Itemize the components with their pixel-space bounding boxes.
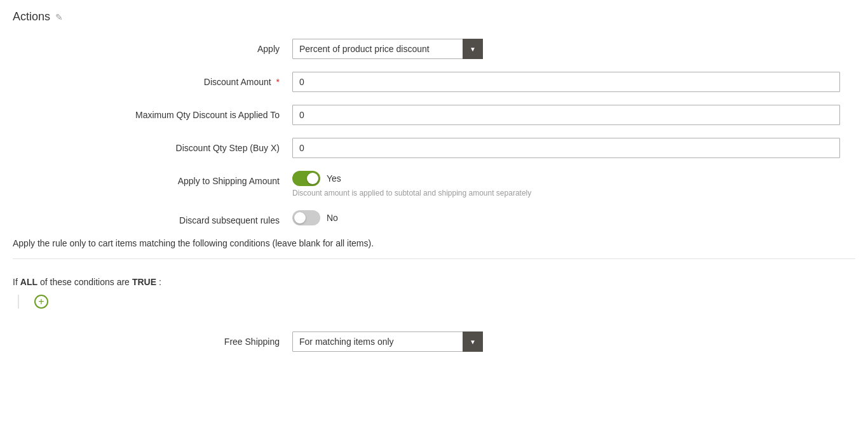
apply-label: Apply [13, 39, 292, 54]
condition-body: If ALL of these conditions are TRUE : + [13, 269, 855, 316]
discard-rules-control: No [292, 210, 855, 225]
apply-select[interactable]: Percent of product price discount Fixed … [292, 39, 483, 59]
discount-amount-row: Discount Amount * [13, 72, 855, 92]
apply-shipping-label: Apply to Shipping Amount [13, 171, 292, 186]
conditions-text: of these conditions are [40, 277, 130, 287]
add-condition-button[interactable]: + [34, 295, 48, 309]
max-qty-label: Maximum Qty Discount is Applied To [13, 105, 292, 120]
discount-amount-input[interactable] [292, 72, 840, 92]
discount-qty-step-row: Discount Qty Step (Buy X) [13, 138, 855, 158]
condition-indent: + [18, 295, 855, 309]
discount-qty-step-input[interactable] [292, 138, 840, 158]
discard-rules-label: Discard subsequent rules [13, 210, 292, 225]
discount-qty-step-label: Discount Qty Step (Buy X) [13, 138, 292, 153]
discard-rules-slider [292, 210, 320, 225]
if-text: If [13, 277, 18, 287]
true-text: TRUE [132, 277, 156, 287]
apply-row: Apply Percent of product price discount … [13, 39, 855, 59]
toggle-slider [292, 171, 320, 186]
max-qty-control [292, 105, 855, 125]
apply-shipping-yes-label: Yes [327, 173, 341, 184]
section-title: Actions [13, 10, 50, 23]
apply-control: Percent of product price discount Fixed … [292, 39, 855, 59]
edit-icon[interactable]: ✎ [55, 12, 63, 22]
discount-amount-label: Discount Amount * [13, 72, 292, 87]
free-shipping-label: Free Shipping [13, 331, 292, 347]
discard-rules-toggle[interactable] [292, 210, 320, 225]
max-qty-input[interactable] [292, 105, 840, 125]
free-shipping-control: For matching items only For shipment wit… [292, 331, 855, 352]
free-shipping-section: Free Shipping For matching items only Fo… [13, 331, 855, 352]
condition-description: Apply the rule only to cart items matchi… [13, 238, 855, 259]
all-text: ALL [20, 277, 37, 287]
condition-if-line: If ALL of these conditions are TRUE : [13, 277, 855, 287]
apply-shipping-row: Apply to Shipping Amount Yes Discount am… [13, 171, 855, 197]
max-qty-row: Maximum Qty Discount is Applied To [13, 105, 855, 125]
discount-amount-control [292, 72, 855, 92]
required-star: * [276, 77, 280, 87]
free-shipping-row: Free Shipping For matching items only Fo… [13, 331, 855, 352]
apply-shipping-toggle[interactable] [292, 171, 320, 186]
apply-shipping-hint: Discount amount is applied to subtotal a… [292, 189, 855, 197]
discard-rules-row: Discard subsequent rules No [13, 210, 855, 225]
colon-text: : [159, 277, 161, 287]
discard-rules-no-label: No [327, 213, 338, 223]
apply-shipping-control: Yes Discount amount is applied to subtot… [292, 171, 855, 197]
free-shipping-select[interactable]: For matching items only For shipment wit… [292, 331, 483, 352]
discount-qty-step-control [292, 138, 855, 158]
